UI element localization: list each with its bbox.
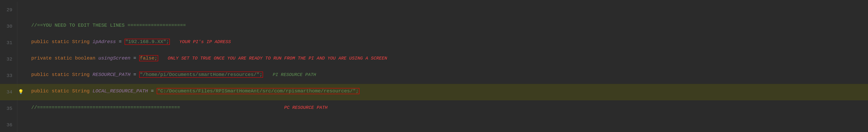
keyword-String-31: String	[72, 39, 93, 44]
annotation-RESOURCE_PATH: PI RESOURCE PATH	[270, 72, 316, 77]
keyword-static-32: static	[55, 55, 75, 61]
code-line-30: 30 //==YOU NEED TO EDIT THESE LINES ====…	[0, 18, 868, 35]
code-line-34: 34 💡 public static String LOCAL_RESOURCE…	[0, 84, 868, 100]
keyword-public-34: public	[31, 88, 52, 94]
var-ipAdress: ipAdress	[93, 39, 116, 44]
keyword-static-34: static	[52, 88, 72, 94]
val-false-32: false;	[139, 55, 158, 61]
line-number-29: 29	[0, 2, 18, 18]
keyword-public-31: public	[31, 39, 52, 44]
line-gutter-34: 💡	[18, 84, 24, 100]
var-usingScreen: usingScreen	[98, 55, 130, 61]
comment-text-30: //==YOU NEED TO EDIT THESE LINES =======…	[31, 23, 186, 28]
keyword-static-33: static	[52, 72, 72, 77]
line-content-33: public static String RESOURCE_PATH = "/h…	[24, 68, 868, 82]
code-line-35: 35 //===================================…	[0, 100, 868, 117]
code-line-29: 29	[0, 2, 868, 18]
equals-31: =	[116, 39, 124, 44]
keyword-private-32: private	[31, 55, 55, 61]
line-number-35: 35	[0, 100, 18, 117]
line-content-31: public static String ipAdress = "192.168…	[24, 35, 868, 49]
annotation-PC-RESOURCE-PATH: PC RESOURCE PATH	[284, 105, 328, 110]
line-content-30: //==YOU NEED TO EDIT THESE LINES =======…	[24, 18, 868, 33]
keyword-String-34: String	[72, 88, 93, 94]
annotation-ipAdress: YOUR PI's IP ADRESS	[177, 39, 231, 44]
line-number-32: 32	[0, 51, 18, 68]
keyword-static-31: static	[52, 39, 72, 44]
str-LOCAL_RESOURCE_PATH: "C:/Documents/Files/RPISmartHomeAnt/src/…	[157, 88, 359, 94]
code-line-32: 32 private static boolean usingScreen = …	[0, 51, 868, 68]
line-content-34: public static String LOCAL_RESOURCE_PATH…	[24, 84, 868, 98]
line-content-36	[24, 117, 868, 124]
keyword-public-33: public	[31, 72, 52, 77]
equals-33: =	[130, 72, 139, 77]
line-content-35: //======================================…	[24, 100, 868, 115]
line-number-33: 33	[0, 68, 18, 84]
code-line-33: 33 public static String RESOURCE_PATH = …	[0, 68, 868, 84]
var-RESOURCE_PATH: RESOURCE_PATH	[93, 72, 130, 77]
str-ipAdress: "192.168.9.XX";	[125, 39, 170, 45]
line-content-29	[24, 2, 868, 9]
line-number-34: 34	[0, 84, 18, 100]
line-number-36: 36	[0, 117, 18, 132]
line-number-31: 31	[0, 35, 18, 51]
line-content-32: private static boolean usingScreen = fal…	[24, 51, 868, 65]
line-number-30: 30	[0, 18, 18, 35]
keyword-String-33: String	[72, 72, 93, 77]
code-editor: 29 30 //==YOU NEED TO EDIT THESE LINES =…	[0, 0, 868, 132]
str-RESOURCE_PATH: "/home/pi/Documents/smartHome/resources/…	[139, 72, 263, 78]
equals-32: =	[130, 55, 139, 61]
annotation-usingScreen: ONLY SET TO TRUE ONCE YOU ARE READY TO R…	[165, 56, 387, 61]
comment-text-35: //======================================…	[31, 105, 180, 110]
code-line-31: 31 public static String ipAdress = "192.…	[0, 35, 868, 51]
var-LOCAL_RESOURCE_PATH: LOCAL_RESOURCE_PATH	[93, 88, 148, 94]
keyword-boolean-32: boolean	[75, 55, 98, 61]
equals-34: =	[148, 88, 157, 94]
code-line-36: 36	[0, 117, 868, 132]
